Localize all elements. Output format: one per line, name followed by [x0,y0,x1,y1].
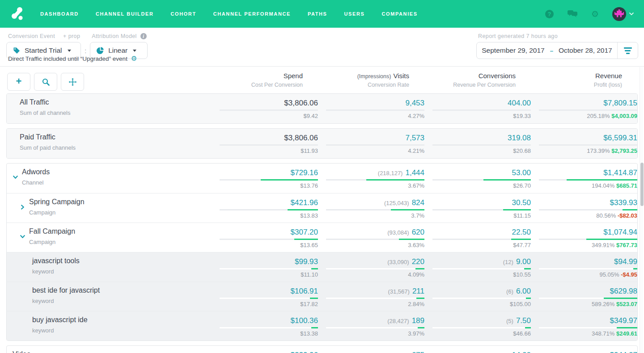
conversions-cell: 14.00 [424,350,531,353]
conversions-cell: (5)7.50$46.66 [424,316,531,337]
move-button[interactable] [61,73,84,91]
visits-value[interactable]: (93,084)620 [318,227,424,237]
visits-value[interactable]: (28,427)189 [318,316,424,326]
conversions-value[interactable]: (6)6.00 [424,286,531,296]
revenue-cell: $1,414.87194.04% $685.71 [531,168,637,189]
visits-value[interactable]: (31,567)211 [318,286,424,296]
nav-item-companies[interactable]: COMPANIES [381,11,417,17]
nav-item-users[interactable]: USERS [344,11,365,17]
revenue-value[interactable]: $94.99 [531,257,637,267]
conversions-value[interactable]: 14.00 [424,350,531,353]
revenue-value[interactable]: $7,809.15 [531,98,637,108]
column-header-revenue[interactable]: Revenue Profit (loss) [516,72,622,88]
spend-value[interactable]: $99.93 [212,257,318,267]
visits-subvalue: 4.21% [318,147,424,154]
revenue-number: $629.98 [610,287,637,295]
nav-item-paths[interactable]: PATHS [308,11,327,17]
row-title-group: buy javascript idekeyword [32,316,88,334]
spend-number: $99.93 [295,257,318,266]
revenue-value[interactable]: $1,074.94 [531,227,637,237]
column-label: Conversions [479,72,516,80]
expand-down-icon[interactable] [20,234,25,240]
conversions-bar [432,298,531,299]
nav-item-cohort[interactable]: COHORT [170,11,196,17]
row-name: Adwords [22,168,50,176]
conversions-bar [432,268,531,269]
conversions-value[interactable]: 22.50 [424,227,531,237]
visits-value[interactable]: (33,090)220 [318,257,424,267]
expand-right-icon[interactable] [20,204,25,210]
visits-value[interactable]: (125,043)824 [318,198,424,208]
conversions-value[interactable]: (5)7.50 [424,316,531,326]
scrollbar-thumb[interactable] [640,163,644,206]
bar-fill [526,298,531,299]
avatar[interactable] [612,7,626,21]
conversions-value[interactable]: 30.50 [424,198,531,208]
spend-bar [220,327,318,328]
profit-amount: -$4.95 [621,271,637,278]
bar-fill [586,239,637,240]
revenue-number: $339.93 [610,198,637,207]
column-header-spend[interactable]: Spend Cost Per Conversion [196,72,303,88]
spend-value[interactable]: $329.96 [212,350,318,353]
row-subtitle: keyword [32,298,100,304]
date-range-value[interactable]: September 29, 2017 – October 28, 2017 [477,46,617,55]
profit-amount: $523.07 [616,301,637,307]
profit-subvalue: 173.39% $2,793.25 [531,147,637,154]
conversions-value[interactable]: 53.00 [424,168,531,178]
visits-bar [326,209,424,210]
spend-bar [220,239,318,240]
help-icon[interactable]: ? [545,10,554,18]
revenue-value[interactable]: $1,414.87 [531,168,637,178]
spend-value[interactable]: $100.36 [212,316,318,326]
conversions-number: 22.50 [512,228,531,236]
column-header-conversions[interactable]: Conversions Revenue Per Conversion [409,72,516,88]
conversions-subvalue: $47.77 [424,242,531,248]
vertical-scrollbar[interactable] [640,67,643,353]
revenue-value[interactable]: $944.07 [531,350,637,353]
nav-item-channel-performance[interactable]: CHANNEL PERFORMANCE [213,11,291,17]
chat-icon[interactable] [567,10,578,18]
add-prop-button[interactable]: + prop [63,33,80,39]
visits-value[interactable]: 675 [318,350,424,353]
visits-value[interactable]: 9,453 [318,98,424,108]
revenue-value[interactable]: $339.93 [531,198,637,208]
spend-value[interactable]: $421.96 [212,198,318,208]
revenue-bar [539,239,637,240]
nav-item-channel-builder[interactable]: CHANNEL BUILDER [96,11,154,17]
pie-chart-icon [97,47,104,54]
search-button[interactable] [34,73,57,91]
spend-number: $3,806.06 [284,134,318,142]
nav-item-dashboard[interactable]: DASHBOARD [40,11,79,17]
spend-value[interactable]: $307.20 [212,227,318,237]
bar-fill [310,298,318,299]
add-channel-button[interactable]: + [7,73,30,91]
info-icon[interactable]: i [140,33,147,39]
conversions-value[interactable]: 319.08 [424,133,531,143]
revenue-value[interactable]: $6,599.31 [531,133,637,143]
move-icon [68,78,77,86]
revenue-value[interactable]: $349.97 [531,316,637,326]
settings-gear-icon[interactable]: ⚙ [591,10,599,18]
row-title-group: javascript toolskeyword [32,257,80,275]
expand-down-icon[interactable] [13,174,18,180]
column-prefix: (Impressions) [357,73,391,80]
visits-value[interactable]: 7,573 [318,133,424,143]
user-menu[interactable] [612,7,634,21]
visits-value[interactable]: (218,127)1,444 [318,168,424,178]
column-header-visits[interactable]: (Impressions)Visits Conversion Rate [303,72,409,88]
bar-fill [366,179,424,181]
bar-fill [524,268,531,269]
conversions-value[interactable]: 404.00 [424,98,531,108]
spend-value[interactable]: $106.91 [212,286,318,296]
direct-traffic-settings-icon[interactable]: ⚙ [131,55,137,63]
caret-down-icon [68,50,71,52]
attribution-logo[interactable] [10,6,25,21]
date-options-button[interactable] [617,42,638,59]
conversions-value[interactable]: (12)9.00 [424,257,531,267]
revenue-value[interactable]: $629.98 [531,286,637,296]
conversions-number: 53.00 [512,168,531,177]
row-name: best ide for javascript [32,286,100,294]
spend-subvalue: $11.10 [212,271,318,278]
spend-value[interactable]: $729.16 [212,168,318,178]
